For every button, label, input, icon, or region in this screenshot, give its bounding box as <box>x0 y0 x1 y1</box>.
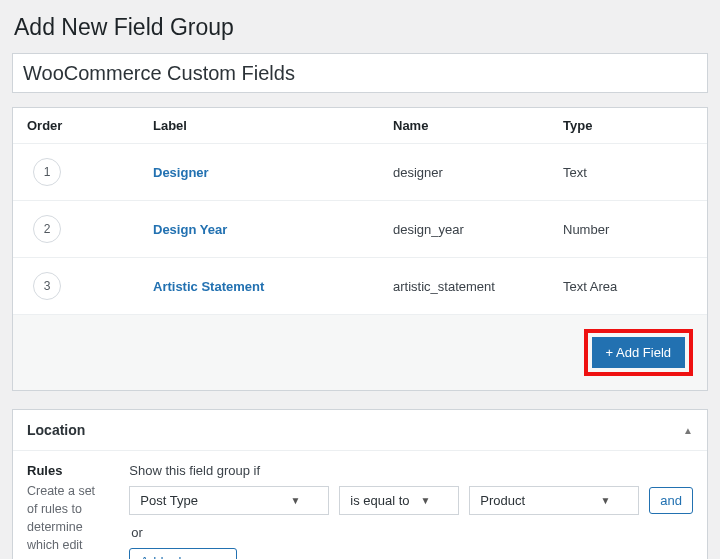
order-badge: 2 <box>33 215 61 243</box>
rule-operator-select[interactable]: is equal to ▼ <box>339 486 459 515</box>
group-title-wrap <box>12 53 708 93</box>
show-if-label: Show this field group if <box>129 463 693 478</box>
field-name: designer <box>393 165 563 180</box>
field-type: Text <box>563 165 707 180</box>
field-name: design_year <box>393 222 563 237</box>
field-label-link[interactable]: Artistic Statement <box>153 279 264 294</box>
fields-panel: Order Label Name Type 1 Designer designe… <box>12 107 708 391</box>
location-panel-header[interactable]: Location ▲ <box>13 410 707 451</box>
rule-value-select[interactable]: Product ▼ <box>469 486 639 515</box>
highlight-box: + Add Field <box>584 329 693 376</box>
col-header-order: Order <box>13 118 153 133</box>
add-rule-group-button[interactable]: Add rule group <box>129 548 236 559</box>
location-panel-title: Location <box>27 422 85 438</box>
order-badge: 3 <box>33 272 61 300</box>
chevron-down-icon: ▼ <box>290 495 300 506</box>
page-title: Add New Field Group <box>14 14 708 41</box>
rules-description: Create a set of rules to determine which… <box>27 482 105 559</box>
and-button[interactable]: and <box>649 487 693 514</box>
field-type: Text Area <box>563 279 707 294</box>
col-header-name: Name <box>393 118 563 133</box>
group-title-input[interactable] <box>12 53 708 93</box>
rule-value-value: Product <box>480 493 525 508</box>
rules-sidebar: Rules Create a set of rules to determine… <box>27 463 105 559</box>
rule-operator-value: is equal to <box>350 493 409 508</box>
field-order[interactable]: 2 <box>13 215 153 243</box>
collapse-icon[interactable]: ▲ <box>683 425 693 436</box>
order-badge: 1 <box>33 158 61 186</box>
location-panel: Location ▲ Rules Create a set of rules t… <box>12 409 708 559</box>
field-order[interactable]: 1 <box>13 158 153 186</box>
rule-param-value: Post Type <box>140 493 198 508</box>
rule-row: Post Type ▼ is equal to ▼ Product ▼ and <box>129 486 693 515</box>
add-field-bar: + Add Field <box>13 315 707 390</box>
rule-param-select[interactable]: Post Type ▼ <box>129 486 329 515</box>
location-body: Rules Create a set of rules to determine… <box>13 451 707 559</box>
field-label-link[interactable]: Designer <box>153 165 209 180</box>
rules-title: Rules <box>27 463 105 478</box>
or-label: or <box>131 525 693 540</box>
field-order[interactable]: 3 <box>13 272 153 300</box>
chevron-down-icon: ▼ <box>420 495 430 506</box>
add-field-button[interactable]: + Add Field <box>592 337 685 368</box>
field-row[interactable]: 2 Design Year design_year Number <box>13 201 707 258</box>
col-header-type: Type <box>563 118 707 133</box>
field-type: Number <box>563 222 707 237</box>
field-row[interactable]: 3 Artistic Statement artistic_statement … <box>13 258 707 315</box>
chevron-down-icon: ▼ <box>600 495 610 506</box>
field-label-link[interactable]: Design Year <box>153 222 227 237</box>
col-header-label: Label <box>153 118 393 133</box>
field-row[interactable]: 1 Designer designer Text <box>13 144 707 201</box>
rules-builder: Show this field group if Post Type ▼ is … <box>129 463 693 559</box>
fields-table-header: Order Label Name Type <box>13 108 707 144</box>
field-name: artistic_statement <box>393 279 563 294</box>
